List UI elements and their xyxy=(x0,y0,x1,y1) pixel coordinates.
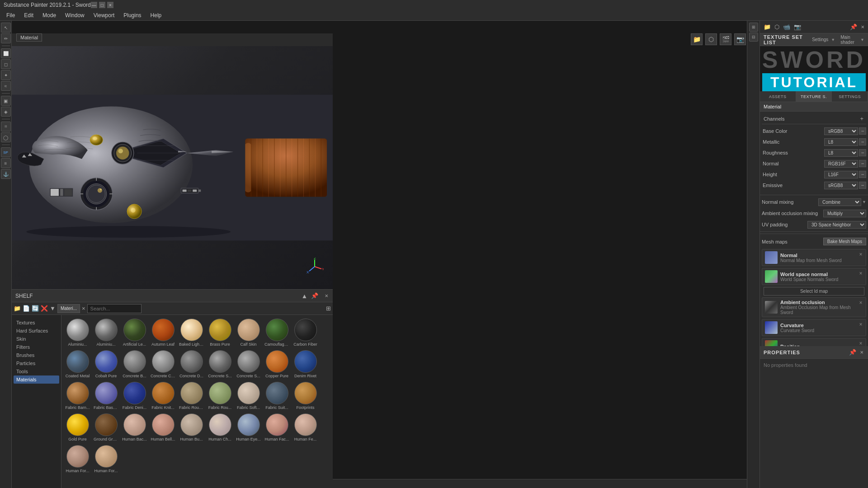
shelf-materials-filter[interactable]: Materi... xyxy=(57,304,80,313)
material-item-8[interactable]: Carbon Fiber xyxy=(293,319,318,347)
channel-basecolor-remove[interactable]: − xyxy=(859,127,866,135)
material-item-30[interactable]: Human Bell... xyxy=(151,413,175,441)
tsl-cube-btn[interactable]: ⬡ xyxy=(774,23,780,30)
channel-height-remove[interactable]: − xyxy=(859,171,866,178)
video-icon-btn[interactable]: 🎬 xyxy=(720,33,731,45)
material-item-12[interactable]: Concrete Cl... xyxy=(151,350,175,378)
material-item-25[interactable]: Fabric Suit... xyxy=(264,382,289,410)
material-item-26[interactable]: Footprints xyxy=(293,382,318,410)
material-item-13[interactable]: Concrete D... xyxy=(179,350,204,378)
channel-emissive-remove[interactable]: − xyxy=(859,182,866,189)
cube-icon-btn[interactable]: ⬡ xyxy=(705,33,717,45)
far-right-btn-2[interactable]: ⊟ xyxy=(749,33,758,42)
menu-window[interactable]: Window xyxy=(61,10,89,21)
camera-icon-btn[interactable]: 📷 xyxy=(734,33,746,45)
shelf-pin-button[interactable]: 📌 xyxy=(310,292,319,299)
scene-background[interactable]: Y Z X xyxy=(12,46,333,289)
tsl-tab-settings[interactable]: SETTINGS xyxy=(832,91,868,102)
properties-close-btn[interactable]: × xyxy=(859,349,864,356)
material-item-2[interactable]: Artificial Le... xyxy=(122,319,147,347)
tsl-folder-btn[interactable]: 📁 xyxy=(763,23,772,30)
material-item-6[interactable]: Calf Skin xyxy=(236,319,261,347)
tool-paint[interactable]: ✏ xyxy=(1,33,11,43)
material-item-7[interactable]: Camouflage... xyxy=(264,319,289,347)
material-item-24[interactable]: Fabric Soft... xyxy=(236,382,261,410)
channels-add-btn[interactable]: + xyxy=(859,115,864,122)
tool-smear[interactable]: ≈ xyxy=(1,81,11,91)
material-item-5[interactable]: Brass Pure xyxy=(208,319,232,347)
shelf-minimize-icon[interactable]: ▲ xyxy=(302,292,308,300)
ao-mixing-select[interactable]: Multiply xyxy=(823,210,866,217)
material-item-28[interactable]: Ground Gra... xyxy=(94,413,118,441)
material-item-0[interactable]: Aluminiu... xyxy=(65,319,90,347)
properties-pin-btn[interactable]: 📌 xyxy=(848,349,857,356)
shelf-tree-hard-surfaces[interactable]: Hard Surfaces xyxy=(14,327,59,335)
close-button[interactable]: × xyxy=(107,2,113,8)
bake-mesh-maps-btn[interactable]: Bake Mesh Maps xyxy=(823,238,866,245)
menu-viewport[interactable]: Viewport xyxy=(89,10,119,21)
menu-plugins[interactable]: Plugins xyxy=(119,10,146,21)
shelf-tree-tools[interactable]: Tools xyxy=(14,367,59,375)
shelf-close-filter-btn[interactable]: × xyxy=(82,305,85,312)
tool-bake[interactable]: ◯ xyxy=(1,132,11,142)
uv-padding-select[interactable]: 3D Space Neighbor xyxy=(807,221,866,229)
material-item-11[interactable]: Concrete B... xyxy=(122,350,147,378)
meshmap-curv-close[interactable]: × xyxy=(858,321,864,328)
shelf-tree-materials[interactable]: Materials xyxy=(14,375,59,384)
sword-3d-scene[interactable] xyxy=(12,46,333,289)
channel-basecolor-format[interactable]: sRGB8 xyxy=(824,127,858,135)
material-item-27[interactable]: Gold Pure xyxy=(65,413,90,441)
material-item-23[interactable]: Fabric Rou... xyxy=(208,382,232,410)
tool-erase[interactable]: ◻ xyxy=(1,59,11,69)
menu-help[interactable]: Help xyxy=(146,10,166,21)
shelf-add-btn[interactable]: 📄 xyxy=(23,305,30,312)
material-item-34[interactable]: Human Fac... xyxy=(264,413,289,441)
material-item-21[interactable]: Fabric Knit... xyxy=(151,382,175,410)
shelf-folder-btn[interactable]: 📁 xyxy=(14,305,21,312)
material-item-33[interactable]: Human Eye... xyxy=(236,413,261,441)
maximize-button[interactable]: □ xyxy=(99,2,105,8)
channel-emissive-format[interactable]: sRGB8 xyxy=(824,182,858,189)
tsl-pin-btn[interactable]: 📌 xyxy=(849,23,858,30)
material-item-15[interactable]: Concrete S... xyxy=(236,350,261,378)
shelf-grid-view-btn[interactable]: ⊞ xyxy=(326,305,331,312)
tool-select-region[interactable]: ▣ xyxy=(1,96,11,106)
material-item-3[interactable]: Autumn Leaf xyxy=(151,319,175,347)
shelf-tree-filters[interactable]: Filters xyxy=(14,343,59,351)
material-item-16[interactable]: Copper Pure xyxy=(264,350,289,378)
normal-mixing-select[interactable]: Combine xyxy=(818,198,861,206)
shelf-filter-icon[interactable]: ▼ xyxy=(50,305,56,312)
material-item-37[interactable]: Human For... xyxy=(94,445,118,473)
material-item-36[interactable]: Human For... xyxy=(65,445,90,473)
material-item-31[interactable]: Human Bu... xyxy=(179,413,204,441)
material-item-19[interactable]: Fabric Base... xyxy=(94,382,118,410)
menu-file[interactable]: File xyxy=(2,10,19,21)
material-item-9[interactable]: Coated Metal xyxy=(65,350,90,378)
tool-sp[interactable]: SP xyxy=(1,147,11,157)
meshmap-ao-close[interactable]: × xyxy=(858,300,864,306)
material-item-35[interactable]: Human Fe... xyxy=(293,413,318,441)
tool-transform[interactable]: ⌗ xyxy=(1,122,11,131)
tsl-tab-assets[interactable]: ASSETS xyxy=(760,91,796,102)
tsl-settings-btn[interactable]: Settings xyxy=(811,37,829,42)
channel-metallic-format[interactable]: L8 xyxy=(824,138,858,146)
channel-normal-remove[interactable]: − xyxy=(859,160,866,167)
material-item-32[interactable]: Human Ch... xyxy=(208,413,232,441)
tsl-video-btn[interactable]: 📹 xyxy=(782,23,791,30)
channel-roughness-format[interactable]: L8 xyxy=(824,149,858,157)
material-item-18[interactable]: Fabric Barn... xyxy=(65,382,90,410)
shelf-close-button[interactable]: × xyxy=(324,292,329,299)
tsl-tab-textures[interactable]: TEXTURE S. xyxy=(796,91,832,102)
minimize-button[interactable]: — xyxy=(91,2,97,8)
tool-color-pick[interactable]: ◈ xyxy=(1,107,11,117)
material-item-20[interactable]: Fabric Deni... xyxy=(122,382,147,410)
shelf-search-input[interactable] xyxy=(87,304,142,313)
channel-normal-format[interactable]: RGB16F xyxy=(824,160,858,168)
material-item-1[interactable]: Aluminiu... xyxy=(94,319,118,347)
tool-layer[interactable]: ≡ xyxy=(1,158,11,168)
meshmap-normal-close[interactable]: × xyxy=(858,251,864,258)
material-item-4[interactable]: Baked Light... xyxy=(179,319,204,347)
shelf-tree-skin[interactable]: Skin xyxy=(14,335,59,343)
tsl-close-btn[interactable]: × xyxy=(860,23,865,30)
folder-icon-btn[interactable]: 📁 xyxy=(691,33,703,45)
